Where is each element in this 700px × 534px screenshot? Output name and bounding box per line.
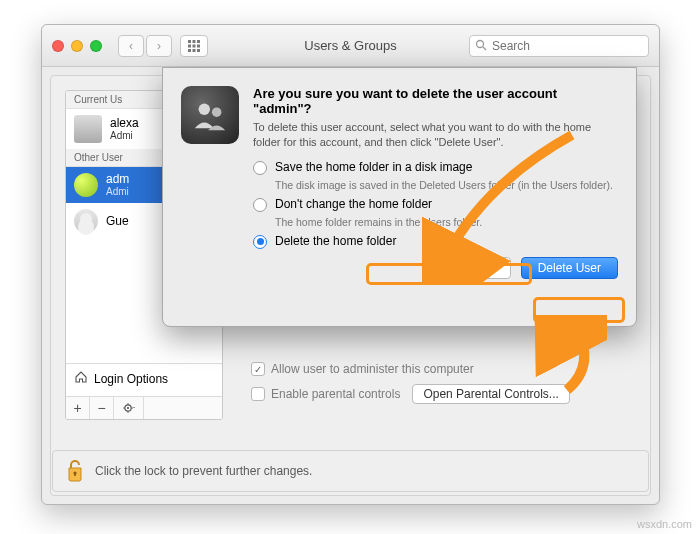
svg-point-20 xyxy=(212,107,222,117)
svg-point-12 xyxy=(126,407,128,409)
dialog-subtitle: To delete this user account, select what… xyxy=(253,120,618,150)
avatar xyxy=(74,209,98,233)
user-role-label: Admi xyxy=(106,186,129,197)
radio-icon xyxy=(253,198,267,212)
svg-rect-2 xyxy=(197,40,200,43)
cancel-button[interactable]: Cancel xyxy=(439,257,510,279)
option-delete-home-folder[interactable]: Delete the home folder xyxy=(253,234,618,249)
back-button[interactable]: ‹ xyxy=(118,35,144,57)
avatar xyxy=(74,115,102,143)
gear-icon xyxy=(122,401,136,415)
radio-icon xyxy=(253,235,267,249)
parental-checkbox-label: Enable parental controls xyxy=(271,387,400,401)
svg-line-10 xyxy=(483,47,486,50)
admin-checkbox-label: Allow user to administer this computer xyxy=(271,362,474,376)
window-controls xyxy=(52,40,102,52)
user-name-label: Gue xyxy=(106,215,129,228)
nav-buttons: ‹ › xyxy=(118,35,172,57)
avatar xyxy=(74,173,98,197)
svg-rect-5 xyxy=(197,44,200,47)
svg-rect-7 xyxy=(193,49,196,52)
add-user-button[interactable]: + xyxy=(66,397,90,419)
dialog-title: Are you sure you want to delete the user… xyxy=(253,86,618,116)
user-name-label: adm xyxy=(106,173,129,186)
forward-button[interactable]: › xyxy=(146,35,172,57)
svg-point-19 xyxy=(199,104,210,115)
permission-checks: Allow user to administer this computer E… xyxy=(251,362,570,412)
action-menu-button[interactable] xyxy=(114,397,144,419)
option-dont-change[interactable]: Don't change the home folder xyxy=(253,197,618,212)
home-icon xyxy=(74,370,88,387)
admin-checkbox[interactable] xyxy=(251,362,265,376)
option-sublabel: The disk image is saved in the Deleted U… xyxy=(275,179,618,191)
delete-user-dialog: Are you sure you want to delete the user… xyxy=(162,67,637,327)
login-options-button[interactable]: Login Options xyxy=(66,363,222,393)
option-sublabel: The home folder remains in the Users fol… xyxy=(275,216,618,228)
option-label: Delete the home folder xyxy=(275,234,396,248)
search-wrap xyxy=(469,35,649,57)
option-save-disk-image[interactable]: Save the home folder in a disk image xyxy=(253,160,618,175)
user-role-label: Admi xyxy=(110,130,139,141)
lock-text: Click the lock to prevent further change… xyxy=(95,464,312,478)
lock-icon[interactable] xyxy=(65,458,85,485)
svg-rect-3 xyxy=(188,44,191,47)
add-remove-row: + − xyxy=(66,396,222,419)
svg-rect-6 xyxy=(188,49,191,52)
lock-bar: Click the lock to prevent further change… xyxy=(52,450,649,492)
close-window-button[interactable] xyxy=(52,40,64,52)
zoom-window-button[interactable] xyxy=(90,40,102,52)
watermark-text: wsxdn.com xyxy=(637,518,692,530)
svg-rect-18 xyxy=(74,473,76,476)
preferences-window: ‹ › Users & Groups Current Us alexa Admi… xyxy=(41,24,660,505)
minimize-window-button[interactable] xyxy=(71,40,83,52)
svg-rect-1 xyxy=(193,40,196,43)
svg-point-9 xyxy=(477,40,484,47)
radio-icon xyxy=(253,161,267,175)
titlebar: ‹ › Users & Groups xyxy=(42,25,659,67)
search-input[interactable] xyxy=(469,35,649,57)
option-label: Save the home folder in a disk image xyxy=(275,160,472,174)
remove-user-button[interactable]: − xyxy=(90,397,114,419)
search-icon xyxy=(475,39,487,54)
svg-rect-8 xyxy=(197,49,200,52)
user-name-label: alexa xyxy=(110,117,139,130)
delete-user-button[interactable]: Delete User xyxy=(521,257,618,279)
open-parental-controls-button[interactable]: Open Parental Controls... xyxy=(412,384,569,404)
users-pref-icon xyxy=(181,86,239,144)
svg-rect-4 xyxy=(193,44,196,47)
option-label: Don't change the home folder xyxy=(275,197,432,211)
show-all-button[interactable] xyxy=(180,35,208,57)
login-options-label: Login Options xyxy=(94,372,168,386)
grid-icon xyxy=(187,39,201,53)
svg-rect-0 xyxy=(188,40,191,43)
parental-checkbox[interactable] xyxy=(251,387,265,401)
